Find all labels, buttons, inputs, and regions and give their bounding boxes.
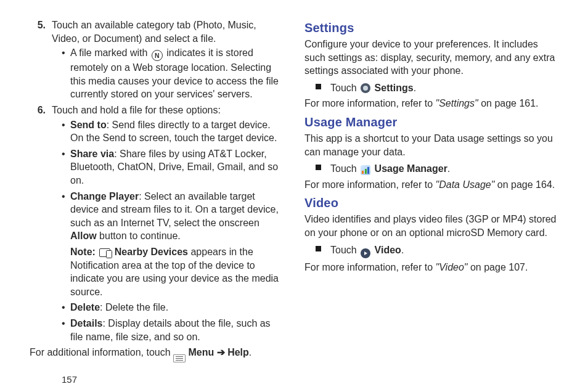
note-label: Note: bbox=[70, 247, 96, 257]
nearby-devices-icon bbox=[99, 248, 110, 257]
video-heading: Video bbox=[304, 195, 558, 211]
details-label: Details bbox=[70, 318, 102, 329]
settings-heading: Settings bbox=[304, 20, 558, 36]
opt-change-player: Change Player: Select an available targe… bbox=[62, 190, 284, 243]
settings-ref-italic: "Settings" bbox=[436, 98, 478, 108]
delete-text: : Delete the file. bbox=[100, 302, 168, 312]
send-to-label: Send to bbox=[70, 120, 107, 130]
arrow-icon: ➔ bbox=[217, 347, 225, 357]
step-6-text: Touch and hold a file for these options: bbox=[52, 104, 221, 117]
play-icon bbox=[361, 248, 370, 258]
usage-touch-line: Touch Usage Manager. bbox=[316, 162, 558, 176]
settings-label: Settings bbox=[375, 83, 414, 93]
touch-text: Touch bbox=[330, 163, 359, 174]
nearby-devices-note: Note: Nearby Devices appears in the Noti… bbox=[70, 245, 284, 298]
opt-details: Details: Display details about the file,… bbox=[62, 317, 284, 343]
opt-send-to: Send to: Send files directly to a target… bbox=[62, 118, 284, 145]
change-player-text-2: button to continue. bbox=[97, 231, 181, 241]
settings-desc: Configure your device to your preference… bbox=[304, 38, 558, 78]
delete-label: Delete bbox=[70, 302, 100, 312]
usage-manager-label: Usage Manager bbox=[375, 163, 447, 174]
step-5-bullet: A file marked with N indicates it is sto… bbox=[62, 46, 284, 101]
menu-label: Menu bbox=[188, 347, 214, 357]
share-via-label: Share via bbox=[70, 149, 114, 159]
additional-info-pre: For additional information, touch bbox=[30, 347, 173, 357]
step-6-number: 6. bbox=[33, 104, 46, 117]
video-touch-line: Touch Video. bbox=[316, 243, 558, 258]
usage-ref: For more information, refer to "Data Usa… bbox=[304, 178, 558, 192]
settings-touch-line: Touch Settings. bbox=[316, 81, 558, 95]
left-column: 5. Touch an available category tab (Phot… bbox=[30, 17, 284, 387]
two-column-layout: 5. Touch an available category tab (Phot… bbox=[30, 17, 558, 387]
video-ref: For more information, refer to "Video" o… bbox=[304, 261, 558, 274]
step-5-number: 5. bbox=[33, 18, 46, 45]
gear-icon bbox=[361, 83, 370, 93]
page-number: 157 bbox=[62, 374, 77, 386]
allow-label: Allow bbox=[70, 231, 97, 241]
usage-manager-heading: Usage Manager bbox=[304, 114, 558, 131]
video-ref-italic: "Video" bbox=[436, 262, 468, 272]
step-5-sub: A file marked with N indicates it is sto… bbox=[52, 46, 284, 101]
right-column: Settings Configure your device to your p… bbox=[304, 17, 558, 387]
nearby-devices-label: Nearby Devices bbox=[115, 247, 188, 257]
menu-icon bbox=[173, 354, 186, 362]
usage-desc: This app is a shortcut to your Data usag… bbox=[304, 132, 558, 158]
step-6: 6. Touch and hold a file for these optio… bbox=[33, 104, 284, 117]
video-label: Video bbox=[375, 245, 401, 255]
step-5-text: Touch an available category tab (Photo, … bbox=[52, 18, 284, 45]
settings-ref: For more information, refer to "Settings… bbox=[304, 97, 558, 110]
touch-text: Touch bbox=[330, 83, 359, 93]
opt-delete: Delete: Delete the file. bbox=[62, 301, 284, 314]
help-label: Help bbox=[227, 347, 249, 357]
opt-share-via: Share via: Share files by using AT&T Loc… bbox=[62, 147, 284, 187]
usage-manager-icon bbox=[361, 165, 370, 175]
additional-info-line: For additional information, touch Menu ➔… bbox=[30, 346, 284, 362]
step-5-bullet-pre: A file marked with bbox=[70, 47, 150, 58]
usage-ref-italic: "Data Usage" bbox=[436, 179, 495, 190]
step-6-options: Send to: Send files directly to a target… bbox=[52, 118, 284, 344]
step-5: 5. Touch an available category tab (Phot… bbox=[33, 18, 284, 45]
video-desc: Video identifies and plays video files (… bbox=[304, 213, 558, 239]
remote-n-icon: N bbox=[152, 50, 163, 61]
touch-text: Touch bbox=[330, 245, 359, 255]
change-player-label: Change Player bbox=[70, 191, 139, 202]
